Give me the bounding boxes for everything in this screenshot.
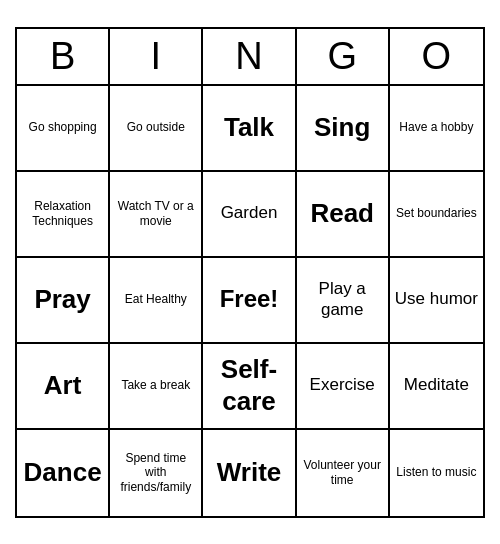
bingo-letter-i: I [110,29,203,84]
cell-24: Listen to music [390,430,483,516]
cell-6: Watch TV or a movie [110,172,203,258]
cell-9: Set boundaries [390,172,483,258]
cell-16: Take a break [110,344,203,430]
cell-12: Free! [203,258,296,344]
cell-3: Sing [297,86,390,172]
cell-5: Relaxation Techniques [17,172,110,258]
cell-15: Art [17,344,110,430]
cell-0: Go shopping [17,86,110,172]
cell-19: Meditate [390,344,483,430]
bingo-card: BINGO Go shoppingGo outsideTalkSingHave … [15,27,485,518]
bingo-letter-g: G [297,29,390,84]
cell-1: Go outside [110,86,203,172]
cell-10: Pray [17,258,110,344]
cell-20: Dance [17,430,110,516]
cell-23: Volunteer your time [297,430,390,516]
cell-4: Have a hobby [390,86,483,172]
bingo-grid: Go shoppingGo outsideTalkSingHave a hobb… [17,86,483,516]
bingo-letter-b: B [17,29,110,84]
cell-11: Eat Healthy [110,258,203,344]
bingo-header: BINGO [17,29,483,86]
cell-13: Play a game [297,258,390,344]
cell-2: Talk [203,86,296,172]
bingo-letter-n: N [203,29,296,84]
cell-21: Spend time with friends/family [110,430,203,516]
cell-17: Self-care [203,344,296,430]
cell-7: Garden [203,172,296,258]
cell-8: Read [297,172,390,258]
cell-14: Use humor [390,258,483,344]
bingo-letter-o: O [390,29,483,84]
cell-22: Write [203,430,296,516]
cell-18: Exercise [297,344,390,430]
